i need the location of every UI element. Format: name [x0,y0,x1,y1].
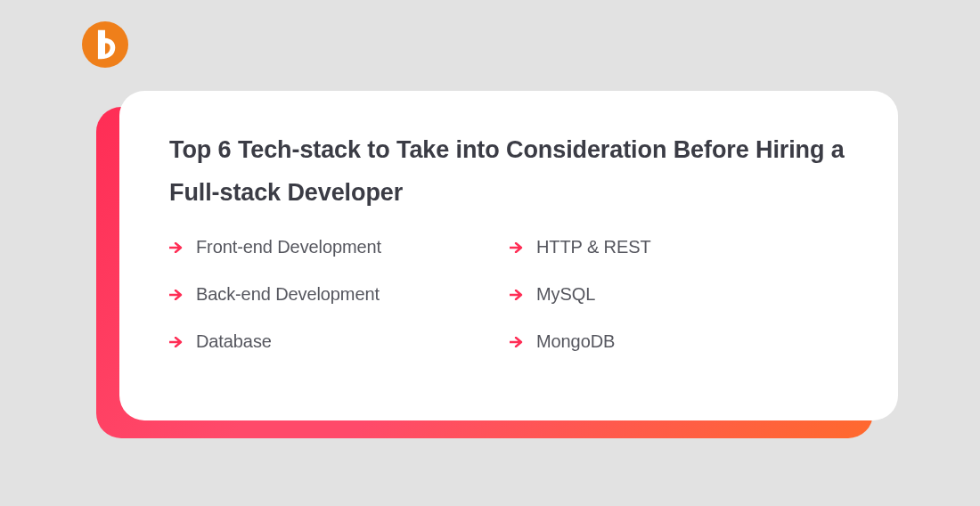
list-item-label: MongoDB [536,331,615,352]
list-item-label: Back-end Development [196,284,380,305]
list-item: Back-end Development [169,284,492,305]
info-card: Top 6 Tech-stack to Take into Considerat… [119,91,898,420]
card-stage: Top 6 Tech-stack to Take into Considerat… [96,91,898,438]
list-column-left: Front-end Development Back-end Developme… [169,237,492,352]
arrow-icon [510,336,524,348]
list-item-label: Database [196,331,272,352]
list-item: HTTP & REST [510,237,795,257]
list-column-right: HTTP & REST MySQL [510,237,795,352]
arrow-icon [510,241,524,254]
arrow-icon [169,289,184,301]
list-item: Database [169,331,492,352]
brand-logo [82,21,128,68]
arrow-icon [169,336,184,348]
list-columns: Front-end Development Back-end Developme… [169,237,848,352]
list-item: Front-end Development [169,237,492,257]
arrow-icon [510,289,524,301]
list-item: MySQL [510,284,795,305]
list-item-label: HTTP & REST [536,237,651,257]
card-title: Top 6 Tech-stack to Take into Considerat… [169,128,848,214]
list-item-label: Front-end Development [196,237,381,257]
list-item-label: MySQL [536,284,595,305]
arrow-icon [169,241,184,254]
list-item: MongoDB [510,331,795,352]
brand-logo-mark [86,26,124,63]
